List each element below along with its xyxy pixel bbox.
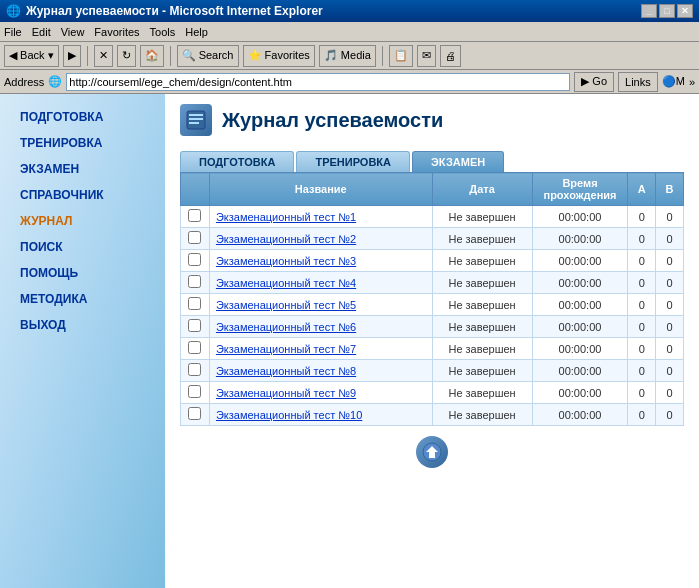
row-b-6: 0 <box>656 316 684 338</box>
col-header-date: Дата <box>432 173 532 206</box>
row-name-3: Экзаменационный тест №3 <box>209 250 432 272</box>
separator-3 <box>382 46 383 66</box>
menu-view[interactable]: View <box>61 26 85 38</box>
search-button[interactable]: 🔍 Search <box>177 45 239 67</box>
ie-icon: 🌐 <box>6 4 21 18</box>
go-button[interactable]: ▶ Go <box>574 72 614 92</box>
row-checkbox-4[interactable] <box>188 275 201 288</box>
row-time-10: 00:00:00 <box>532 404 628 426</box>
row-name-5: Экзаменационный тест №5 <box>209 294 432 316</box>
row-link-2[interactable]: Экзаменационный тест №2 <box>216 233 356 245</box>
maximize-button[interactable]: □ <box>659 4 675 18</box>
address-input[interactable] <box>66 73 570 91</box>
menu-file[interactable]: File <box>4 26 22 38</box>
row-link-10[interactable]: Экзаменационный тест №10 <box>216 409 362 421</box>
menu-tools[interactable]: Tools <box>150 26 176 38</box>
history-button[interactable]: 📋 <box>389 45 413 67</box>
links-button[interactable]: Links <box>618 72 658 92</box>
row-checkbox-8[interactable] <box>188 363 201 376</box>
tab-podgotovka[interactable]: ПОДГОТОВКА <box>180 151 294 172</box>
row-link-4[interactable]: Экзаменационный тест №4 <box>216 277 356 289</box>
print-button[interactable]: 🖨 <box>440 45 461 67</box>
row-b-2: 0 <box>656 228 684 250</box>
minimize-button[interactable]: _ <box>641 4 657 18</box>
row-time-8: 00:00:00 <box>532 360 628 382</box>
row-link-6[interactable]: Экзаменационный тест №6 <box>216 321 356 333</box>
tab-trenirovka[interactable]: ТРЕНИРОВКА <box>296 151 410 172</box>
row-link-9[interactable]: Экзаменационный тест №9 <box>216 387 356 399</box>
row-a-2: 0 <box>628 228 656 250</box>
row-link-3[interactable]: Экзаменационный тест №3 <box>216 255 356 267</box>
row-name-8: Экзаменационный тест №8 <box>209 360 432 382</box>
row-checkbox-2[interactable] <box>188 231 201 244</box>
row-link-7[interactable]: Экзаменационный тест №7 <box>216 343 356 355</box>
table-row: Экзаменационный тест №2 Не завершен 00:0… <box>181 228 684 250</box>
row-a-6: 0 <box>628 316 656 338</box>
main-container: ПОДГОТОВКА ТРЕНИРОВКА ЭКЗАМЕН СПРАВОЧНИК… <box>0 94 699 588</box>
col-header-a: А <box>628 173 656 206</box>
row-name-2: Экзаменационный тест №2 <box>209 228 432 250</box>
col-header-time: Время прохождения <box>532 173 628 206</box>
row-a-3: 0 <box>628 250 656 272</box>
menu-help[interactable]: Help <box>185 26 208 38</box>
row-date-8: Не завершен <box>432 360 532 382</box>
table-row: Экзаменационный тест №1 Не завершен 00:0… <box>181 206 684 228</box>
row-time-9: 00:00:00 <box>532 382 628 404</box>
back-button[interactable]: ◀ Back ▾ <box>4 45 59 67</box>
row-link-8[interactable]: Экзаменационный тест №8 <box>216 365 356 377</box>
table-row: Экзаменационный тест №7 Не завершен 00:0… <box>181 338 684 360</box>
row-link-1[interactable]: Экзаменационный тест №1 <box>216 211 356 223</box>
row-b-9: 0 <box>656 382 684 404</box>
sidebar-item-trenirovka[interactable]: ТРЕНИРОВКА <box>0 130 165 156</box>
menu-edit[interactable]: Edit <box>32 26 51 38</box>
sidebar-item-zhurnal[interactable]: ЖУРНАЛ <box>0 208 165 234</box>
sidebar-item-ekzamen[interactable]: ЭКЗАМЕН <box>0 156 165 182</box>
media-button[interactable]: 🎵 Media <box>319 45 376 67</box>
row-time-4: 00:00:00 <box>532 272 628 294</box>
row-a-4: 0 <box>628 272 656 294</box>
table-row: Экзаменационный тест №8 Не завершен 00:0… <box>181 360 684 382</box>
row-name-7: Экзаменационный тест №7 <box>209 338 432 360</box>
content-area: Журнал успеваемости ПОДГОТОВКА ТРЕНИРОВК… <box>165 94 699 588</box>
sidebar-item-spravochnik[interactable]: СПРАВОЧНИК <box>0 182 165 208</box>
sidebar-item-pomoch[interactable]: ПОМОЩЬ <box>0 260 165 286</box>
row-checkbox-10[interactable] <box>188 407 201 420</box>
page-icon <box>180 104 212 136</box>
forward-button[interactable]: ▶ <box>63 45 81 67</box>
col-header-b: В <box>656 173 684 206</box>
row-checkbox-9[interactable] <box>188 385 201 398</box>
window-controls: _ □ ✕ <box>641 4 693 18</box>
sidebar-item-podgotovka[interactable]: ПОДГОТОВКА <box>0 104 165 130</box>
address-label: Address <box>4 76 44 88</box>
row-checkbox-6[interactable] <box>188 319 201 332</box>
results-table: Название Дата Время прохождения А В Экза… <box>180 172 684 426</box>
home-button[interactable]: 🏠 <box>140 45 164 67</box>
row-date-7: Не завершен <box>432 338 532 360</box>
row-checkbox-7[interactable] <box>188 341 201 354</box>
menu-favorites[interactable]: Favorites <box>94 26 139 38</box>
row-checkbox-cell <box>181 272 210 294</box>
mail-button[interactable]: ✉ <box>417 45 436 67</box>
sidebar-item-poisk[interactable]: ПОИСК <box>0 234 165 260</box>
table-row: Экзаменационный тест №6 Не завершен 00:0… <box>181 316 684 338</box>
table-row: Экзаменационный тест №5 Не завершен 00:0… <box>181 294 684 316</box>
row-a-9: 0 <box>628 382 656 404</box>
stop-button[interactable]: ✕ <box>94 45 113 67</box>
table-row: Экзаменационный тест №10 Не завершен 00:… <box>181 404 684 426</box>
row-checkbox-5[interactable] <box>188 297 201 310</box>
separator-1 <box>87 46 88 66</box>
tab-ekzamen[interactable]: ЭКЗАМЕН <box>412 151 504 172</box>
row-checkbox-1[interactable] <box>188 209 201 222</box>
refresh-button[interactable]: ↻ <box>117 45 136 67</box>
close-button[interactable]: ✕ <box>677 4 693 18</box>
title-bar-left: 🌐 Журнал успеваемости - Microsoft Intern… <box>6 4 323 18</box>
row-link-5[interactable]: Экзаменационный тест №5 <box>216 299 356 311</box>
favorites-button[interactable]: ⭐ Favorites <box>243 45 315 67</box>
address-icon: 🌐 <box>48 75 62 88</box>
row-checkbox-3[interactable] <box>188 253 201 266</box>
row-b-7: 0 <box>656 338 684 360</box>
row-checkbox-cell <box>181 228 210 250</box>
sidebar-item-metodika[interactable]: МЕТОДИКА <box>0 286 165 312</box>
home-bottom-icon <box>422 442 442 462</box>
sidebar-item-vyhod[interactable]: ВЫХОД <box>0 312 165 338</box>
